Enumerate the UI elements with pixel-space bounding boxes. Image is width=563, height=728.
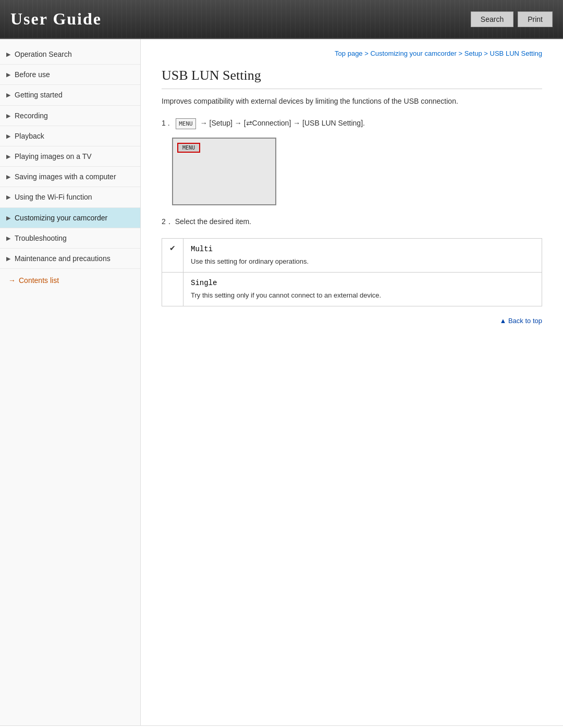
sidebar-item-wifi[interactable]: ▶ Using the Wi-Fi function: [0, 187, 140, 207]
sidebar-item-playing-images-tv[interactable]: ▶ Playing images on a TV: [0, 146, 140, 167]
step1-setup: [Setup]: [210, 119, 232, 127]
sidebar-item-customizing[interactable]: ▶ Customizing your camcorder: [0, 208, 140, 228]
header-buttons: Search Print: [471, 11, 553, 27]
option-name-single: Single: [191, 278, 534, 289]
footer: Copyright 2013 Sony Corporation: [0, 725, 563, 728]
sidebar-item-playback[interactable]: ▶ Playback: [0, 126, 140, 146]
arrow-icon: ▶: [6, 112, 10, 119]
arrow-icon: ▶: [6, 214, 10, 221]
step1-number: 1 .: [162, 119, 170, 127]
contents-list-link[interactable]: → Contents list: [0, 269, 140, 292]
arrow-icon: ▶: [6, 71, 10, 78]
breadcrumb: Top page > Customizing your camcorder > …: [162, 50, 542, 57]
step1-arrow1: →: [200, 119, 210, 127]
sidebar-item-saving-images-computer[interactable]: ▶ Saving images with a computer: [0, 167, 140, 187]
menu-mockup-button: MENU: [177, 143, 200, 153]
option-check-single: [162, 272, 183, 306]
breadcrumb-sep1: >: [364, 50, 370, 57]
sidebar-item-operation-search[interactable]: ▶ Operation Search: [0, 44, 140, 65]
step1-arrow2: →: [235, 119, 244, 127]
option-content-single: Single Try this setting only if you cann…: [183, 272, 542, 306]
step-1: 1 . MENU → [Setup] → [⇄Connection] → [US…: [162, 117, 542, 129]
breadcrumb-sep3: >: [484, 50, 489, 57]
option-desc-single: Try this setting only if you cannot conn…: [191, 291, 381, 299]
header: User Guide Search Print: [0, 0, 563, 39]
page-description: Improves compatibility with external dev…: [162, 95, 542, 107]
option-name-multi: Multi: [191, 244, 534, 255]
arrow-icon: ▶: [6, 235, 10, 242]
sidebar-item-troubleshooting[interactable]: ▶ Troubleshooting: [0, 228, 140, 249]
sidebar: ▶ Operation Search ▶ Before use ▶ Gettin…: [0, 39, 141, 725]
breadcrumb-current: USB LUN Setting: [490, 50, 542, 57]
arrow-icon: ▶: [6, 51, 10, 58]
contents-arrow-icon: →: [8, 276, 16, 285]
arrow-icon: ▶: [6, 193, 10, 201]
arrow-icon: ▶: [6, 153, 10, 160]
arrow-icon: ▶: [6, 91, 10, 98]
step-2: 2． Select the desired item.: [162, 216, 542, 227]
content-area: Top page > Customizing your camcorder > …: [141, 39, 563, 725]
sidebar-item-before-use[interactable]: ▶ Before use: [0, 65, 140, 85]
page-title: USB LUN Setting: [162, 68, 542, 89]
menu-icon-box: MENU: [176, 118, 196, 130]
step1-lun: [USB LUN Setting].: [302, 119, 365, 127]
option-row-multi: ✔ Multi Use this setting for ordinary op…: [162, 238, 542, 272]
main-container: ▶ Operation Search ▶ Before use ▶ Gettin…: [0, 39, 563, 725]
arrow-icon: ▶: [6, 255, 10, 262]
breadcrumb-top[interactable]: Top page: [335, 50, 363, 57]
breadcrumb-setup[interactable]: Setup: [464, 50, 482, 57]
search-button[interactable]: Search: [471, 11, 513, 27]
breadcrumb-customizing[interactable]: Customizing your camcorder: [370, 50, 456, 57]
sidebar-item-recording[interactable]: ▶ Recording: [0, 106, 140, 126]
step1-connection: [⇄Connection]: [244, 119, 291, 127]
option-row-single: Single Try this setting only if you cann…: [162, 272, 542, 306]
menu-screenshot: MENU: [172, 138, 276, 205]
print-button[interactable]: Print: [518, 11, 553, 27]
back-to-top-link[interactable]: ▲ Back to top: [162, 317, 542, 325]
option-check-multi: ✔: [162, 238, 183, 272]
app-title: User Guide: [10, 9, 102, 29]
sidebar-item-getting-started[interactable]: ▶ Getting started: [0, 85, 140, 105]
arrow-icon: ▶: [6, 173, 10, 180]
option-desc-multi: Use this setting for ordinary operations…: [191, 257, 309, 265]
arrow-icon: ▶: [6, 132, 10, 140]
sidebar-item-maintenance[interactable]: ▶ Maintenance and precautions: [0, 249, 140, 269]
option-content-multi: Multi Use this setting for ordinary oper…: [183, 238, 542, 272]
step1-arrow3: →: [293, 119, 302, 127]
breadcrumb-sep2: >: [459, 50, 464, 57]
options-table: ✔ Multi Use this setting for ordinary op…: [162, 238, 542, 306]
